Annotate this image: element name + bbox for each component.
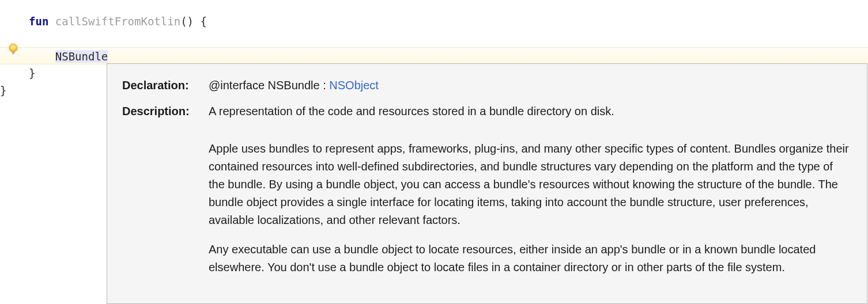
description-summary: A representation of the code and resourc… [209,102,852,132]
keyword-fun: fun [29,15,48,28]
svg-point-0 [9,44,18,52]
code-line-blank[interactable] [0,30,868,47]
declaration-row: Declaration: @interface NSBundle : NSObj… [122,77,852,94]
open-brace: { [194,15,207,28]
declaration-superclass-link[interactable]: NSObject [329,79,379,92]
declaration-content: @interface NSBundle : NSObject [209,77,852,94]
intention-bulb-icon[interactable] [7,43,20,55]
identifier-nsbundle[interactable]: NSBundle [55,50,108,63]
description-paragraph-1: Apple uses bundles to represent apps, fr… [209,140,852,229]
documentation-popup: Declaration: @interface NSBundle : NSObj… [107,63,867,304]
description-body: Apple uses bundles to represent apps, fr… [122,140,852,276]
function-name: callSwiftFromKotlin [55,15,180,28]
description-paragraph-2: Any executable can use a bundle object t… [209,241,852,276]
declaration-prefix: @interface NSBundle : [209,79,329,92]
description-label: Description: [122,102,209,132]
code-line-highlighted[interactable]: NSBundle [0,47,868,64]
svg-rect-2 [12,54,15,54]
description-row: Description: A representation of the cod… [122,102,852,132]
parens: () [180,15,194,28]
declaration-label: Declaration: [122,77,209,94]
code-line-1[interactable]: fun callSwiftFromKotlin() { [0,13,868,30]
svg-rect-1 [12,52,15,53]
